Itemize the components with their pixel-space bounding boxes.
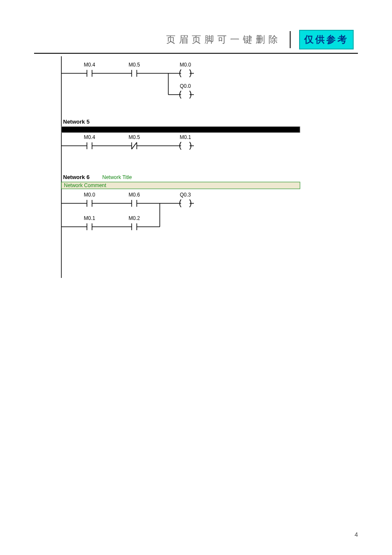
contact-no <box>81 223 98 230</box>
contact-label: M0.2 <box>129 215 140 221</box>
network-bar <box>61 127 300 133</box>
contact-label: M0.1 <box>84 215 95 221</box>
rung-n5: M0.4 M0.5 M0.1 <box>61 134 194 150</box>
coil <box>177 69 194 77</box>
contact-label: M0.6 <box>129 192 140 198</box>
rung-n6-r1: M0.0 M0.6 Q0.3 <box>61 192 194 227</box>
contact-label: M0.5 <box>129 134 140 140</box>
coil <box>177 199 194 207</box>
contact-label: M0.4 <box>84 134 95 140</box>
contact-no <box>81 142 98 149</box>
contact-label: M0.5 <box>129 62 140 68</box>
contact-no <box>81 70 98 77</box>
network-label: Network 5 <box>63 119 89 125</box>
coil-label: Q0.3 <box>180 192 191 198</box>
coil <box>177 91 194 98</box>
contact-label: M0.0 <box>84 192 95 198</box>
network-label: Network 6 <box>63 174 89 180</box>
contact-no <box>81 200 98 207</box>
rung-n6-r2: M0.1 M0.2 <box>61 215 160 230</box>
contact-label: M0.4 <box>84 62 95 68</box>
header-rule <box>34 53 358 54</box>
coil-label: M0.0 <box>180 62 191 68</box>
coil-label: Q0.0 <box>180 83 191 89</box>
network-title: Network Title <box>102 174 132 180</box>
page-number: 4 <box>355 531 358 538</box>
ladder-svg: M0.4 M0.5 M0.0 Q0.0 Network 5 <box>60 56 315 278</box>
contact-no <box>126 200 143 207</box>
page-header: 页眉页脚可一键删除 仅供参考 <box>34 30 358 49</box>
contact-no <box>126 223 143 230</box>
contact-no <box>126 70 143 77</box>
reference-badge: 仅供参考 <box>299 30 354 49</box>
ladder-diagram: M0.4 M0.5 M0.0 Q0.0 Network 5 <box>34 56 358 278</box>
header-divider <box>290 31 291 48</box>
coil-label: M0.1 <box>180 134 191 140</box>
contact-nc <box>126 142 143 149</box>
rung-top: M0.4 M0.5 M0.0 Q0.0 <box>61 62 194 98</box>
header-text: 页眉页脚可一键删除 <box>166 33 281 46</box>
coil <box>177 142 194 150</box>
network-comment: Network Comment <box>64 182 107 188</box>
